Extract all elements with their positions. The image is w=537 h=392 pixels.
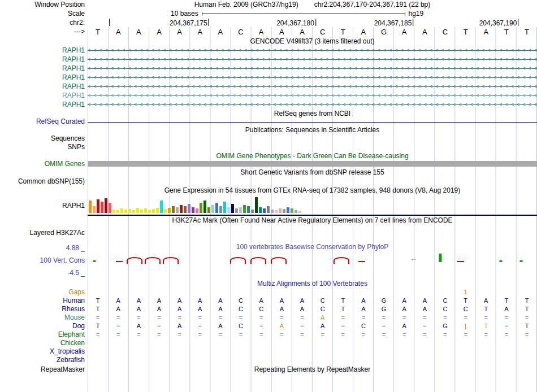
gtex-bar[interactable] [223,202,226,213]
conservation-track-label[interactable]: 100 Vert. Cons [40,256,85,264]
gtex-bar[interactable] [271,210,274,213]
repeatmasker-row[interactable]: RepeatMasker Repeating Elements by Repea… [0,364,537,374]
gtex-bar[interactable] [298,211,301,213]
gencode-gene-label[interactable]: RAPH1 [0,91,88,100]
gencode-gene-row[interactable]: RAPH1<<<<<<<<<<<<<<<<<<<<<<<<<<<<<<<<<<<… [0,73,537,82]
gtex-bar[interactable] [97,199,99,213]
gtex-bar[interactable] [176,207,179,213]
ruler-main[interactable]: 204,367,175204,367,180204,367,185204,367… [88,18,537,27]
gtex-bar[interactable] [180,205,183,213]
gtex-bar[interactable] [93,206,96,213]
gencode-gene-track[interactable]: <<<<<<<<<<<<<<<<<<<<<<<<<<<<<<<<<<<<<<<<… [88,46,537,55]
multiz-row-gaps[interactable]: Gaps1 [0,288,537,297]
gtex-bar[interactable] [203,201,206,213]
gtex-bar[interactable] [172,206,175,213]
species-label[interactable]: Rhesus [0,305,88,313]
multiz-row-human[interactable]: HumanTAAAAAACAAACTAGAACTATT [0,297,537,305]
gtex-bar[interactable] [101,202,103,213]
species-label[interactable]: Gaps [0,288,88,297]
gtex-bar[interactable] [160,201,163,213]
gtex-bar[interactable] [259,207,262,213]
gencode-gene-label[interactable]: RAPH1 [0,73,88,82]
h3k27ac-label[interactable]: Layered H3K27Ac [0,225,88,243]
gtex-bar[interactable] [188,204,190,213]
refseq-curated-label[interactable]: RefSeq Curated [0,118,88,125]
gtex-bar[interactable] [287,207,289,213]
species-label[interactable]: X_tropicalis [0,347,88,356]
species-label[interactable]: Human [0,297,88,305]
gtex-bar[interactable] [219,206,222,213]
gtex-bar[interactable] [251,210,254,213]
gtex-bar[interactable] [148,210,151,213]
gencode-gene-label[interactable]: RAPH1 [0,55,88,64]
species-label[interactable]: Zebrafish [0,356,88,364]
gencode-gene-row[interactable]: RAPH1<<<<<<<<<<<<<<<<<<<<<<<<<<<<<<<<<<<… [0,46,537,55]
gtex-bar[interactable] [211,205,214,213]
gencode-gene-row[interactable]: RAPH1<<<<<<<<<<<<<<<<<<<<<<<<<<<<<<<<<<<… [0,55,537,64]
base-row[interactable]: ---> TAAAAAACAAACTAGAACTATT [0,27,537,37]
gencode-gene-track[interactable]: <<<<<<<<<<<<<<<<<<<<<<<<<<<<<<<<<<<<<<<<… [88,91,537,100]
multiz-row-rhesus[interactable]: RhesusTAAAAAACCAACTAGAACCTAT [0,305,537,313]
conservation-main[interactable]: 100 vertebrates Basewise Conservation by… [88,243,537,279]
gtex-bar[interactable] [255,197,258,213]
gtex-bar[interactable] [275,210,278,213]
h3k27ac-row[interactable]: Layered H3K27Ac [0,225,537,243]
sequences-track[interactable] [88,134,537,143]
gtex-bar[interactable] [168,208,171,213]
gtex-bar[interactable] [283,209,285,213]
gencode-gene-label[interactable]: RAPH1 [0,46,88,55]
species-label[interactable]: Elephant [0,330,88,339]
gtex-gene-label[interactable]: RAPH1 [0,195,88,216]
gtex-bar[interactable] [235,208,238,213]
gtex-bar[interactable] [124,210,127,213]
gtex-bar[interactable] [267,206,270,213]
gtex-bar[interactable] [279,208,282,213]
gtex-bar[interactable] [239,207,242,213]
gtex-bar[interactable] [200,203,202,213]
gtex-bar[interactable] [132,210,135,213]
snps-label[interactable]: SNPs [0,143,88,151]
gencode-gene-track[interactable]: <<<<<<<<<<<<<<<<<<<<<<<<<<<<<<<<<<<<<<<<… [88,82,537,91]
gtex-bar[interactable] [215,203,218,213]
gtex-bar[interactable] [152,209,155,213]
common-dbsnp-row[interactable]: Common dbSNP(155) [0,177,537,186]
gtex-bar[interactable] [120,208,123,213]
multiz-row-x_tropicalis[interactable]: X_tropicalis [0,347,537,356]
gtex-bar[interactable] [140,210,143,213]
gencode-gene-track[interactable]: <<<<<<<<<<<<<<<<<<<<<<<<<<<<<<<<<<<<<<<<… [88,73,537,82]
gtex-bar[interactable] [128,209,131,213]
multiz-row-zebrafish[interactable]: Zebrafish [0,356,537,364]
omim-genes-row[interactable]: OMIM Genes [0,160,537,168]
gtex-bar[interactable] [112,210,115,213]
ruler-row[interactable]: chr2: 204,367,175204,367,180204,367,1852… [0,18,537,27]
sequences-label[interactable]: Sequences [0,134,88,143]
species-label[interactable]: Chicken [0,339,88,347]
conservation-section[interactable]: 4.88 _ 100 Vert. Cons -4.5 _ 100 vertebr… [0,243,537,279]
snps-track[interactable] [88,143,537,151]
refseq-curated-row[interactable]: RefSeq Curated [0,118,537,125]
gtex-bar[interactable] [136,208,139,213]
gencode-gene-row[interactable]: RAPH1<<<<<<<<<<<<<<<<<<<<<<<<<<<<<<<<<<<… [0,100,537,109]
gtex-bar[interactable] [156,208,159,213]
snps-row[interactable]: SNPs [0,143,537,151]
gtex-bar[interactable] [105,198,107,213]
gtex-bar[interactable] [184,206,187,213]
species-label[interactable]: Mouse [0,313,88,322]
gtex-bar[interactable] [227,207,230,213]
gencode-gene-track[interactable]: <<<<<<<<<<<<<<<<<<<<<<<<<<<<<<<<<<<<<<<<… [88,100,537,109]
gtex-bar[interactable] [291,208,293,213]
gtex-bar[interactable] [109,203,111,213]
common-dbsnp-track[interactable] [88,177,537,186]
multiz-row-elephant[interactable]: Elephant====================== [0,330,537,339]
gencode-gene-track[interactable]: <<<<<<<<<<<<<<<<<<<<<<<<<<<<<<<<<<<<<<<<… [88,55,537,64]
gtex-bar[interactable] [207,207,210,213]
gtex-bar[interactable] [116,210,119,213]
gencode-gene-label[interactable]: RAPH1 [0,100,88,109]
gtex-row[interactable]: RAPH1 [0,195,537,216]
species-label[interactable]: Dog [0,322,88,330]
refseq-curated-track[interactable] [88,118,537,125]
gtex-bar[interactable] [243,205,246,213]
multiz-row-dog[interactable]: DogT=A=A=AC=A=A=C=A=G|T=T [0,322,537,330]
h3k27ac-track[interactable] [88,225,537,243]
gtex-bar[interactable] [247,206,250,213]
